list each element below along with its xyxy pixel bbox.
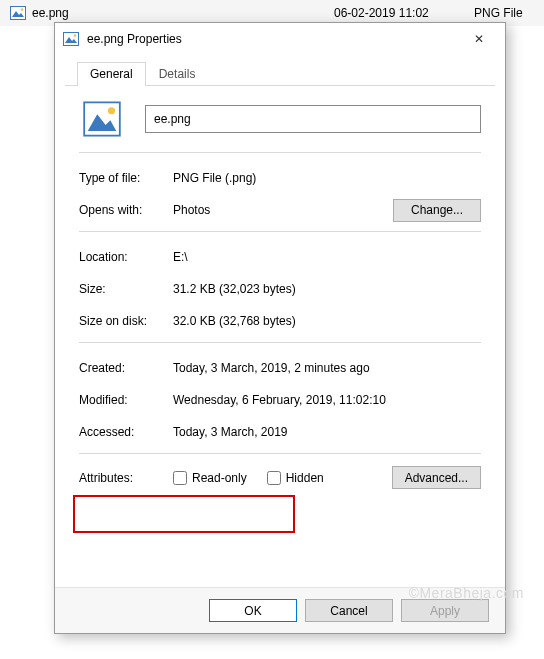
svg-point-5: [74, 34, 77, 37]
opens-with-value: Photos: [173, 203, 393, 217]
image-file-icon: [63, 31, 79, 47]
accessed-value: Today, 3 March, 2019: [173, 425, 481, 439]
read-only-checkbox[interactable]: [173, 471, 187, 485]
size-value: 31.2 KB (32,023 bytes): [173, 282, 481, 296]
file-name-input[interactable]: [145, 105, 481, 133]
titlebar: ee.png Properties ✕: [55, 23, 505, 55]
modified-value: Wednesday, 6 February, 2019, 11:02:10: [173, 393, 481, 407]
read-only-checkbox-wrap[interactable]: Read-only: [173, 471, 247, 485]
read-only-label: Read-only: [192, 471, 247, 485]
divider: [79, 453, 481, 454]
svg-point-8: [108, 107, 115, 114]
ok-button[interactable]: OK: [209, 599, 297, 622]
created-label: Created:: [79, 361, 173, 375]
size-on-disk-value: 32.0 KB (32,768 bytes): [173, 314, 481, 328]
type-of-file-label: Type of file:: [79, 171, 173, 185]
tab-general[interactable]: General: [77, 62, 146, 86]
dialog-title: ee.png Properties: [87, 32, 459, 46]
tab-strip: General Details: [65, 55, 495, 86]
explorer-file-date: 06-02-2019 11:02: [334, 6, 474, 20]
tab-details[interactable]: Details: [146, 62, 209, 86]
advanced-button[interactable]: Advanced...: [392, 466, 481, 489]
size-on-disk-label: Size on disk:: [79, 314, 173, 328]
divider: [79, 342, 481, 343]
size-label: Size:: [79, 282, 173, 296]
apply-button[interactable]: Apply: [401, 599, 489, 622]
image-file-icon: [10, 5, 26, 21]
location-label: Location:: [79, 250, 173, 264]
close-icon: ✕: [474, 32, 484, 46]
hidden-checkbox-wrap[interactable]: Hidden: [267, 471, 324, 485]
modified-label: Modified:: [79, 393, 173, 407]
created-value: Today, 3 March, 2019, 2 minutes ago: [173, 361, 481, 375]
general-tab-content: Type of file: PNG File (.png) Opens with…: [55, 86, 505, 497]
type-of-file-value: PNG File (.png): [173, 171, 481, 185]
dialog-footer: OK Cancel Apply: [55, 587, 505, 633]
explorer-file-type: PNG File: [474, 6, 534, 20]
divider: [79, 152, 481, 153]
properties-dialog: ee.png Properties ✕ General Details Type…: [54, 22, 506, 634]
divider: [79, 231, 481, 232]
attributes-label: Attributes:: [79, 471, 173, 485]
hidden-checkbox[interactable]: [267, 471, 281, 485]
cancel-button[interactable]: Cancel: [305, 599, 393, 622]
annotation-highlight: [73, 495, 295, 533]
close-button[interactable]: ✕: [459, 25, 499, 53]
accessed-label: Accessed:: [79, 425, 173, 439]
image-file-icon: [83, 100, 121, 138]
change-button[interactable]: Change...: [393, 199, 481, 222]
opens-with-label: Opens with:: [79, 203, 173, 217]
svg-rect-0: [11, 7, 26, 20]
hidden-label: Hidden: [286, 471, 324, 485]
location-value: E:\: [173, 250, 481, 264]
svg-rect-3: [64, 33, 79, 46]
explorer-file-name: ee.png: [32, 6, 334, 20]
svg-point-2: [21, 8, 24, 11]
